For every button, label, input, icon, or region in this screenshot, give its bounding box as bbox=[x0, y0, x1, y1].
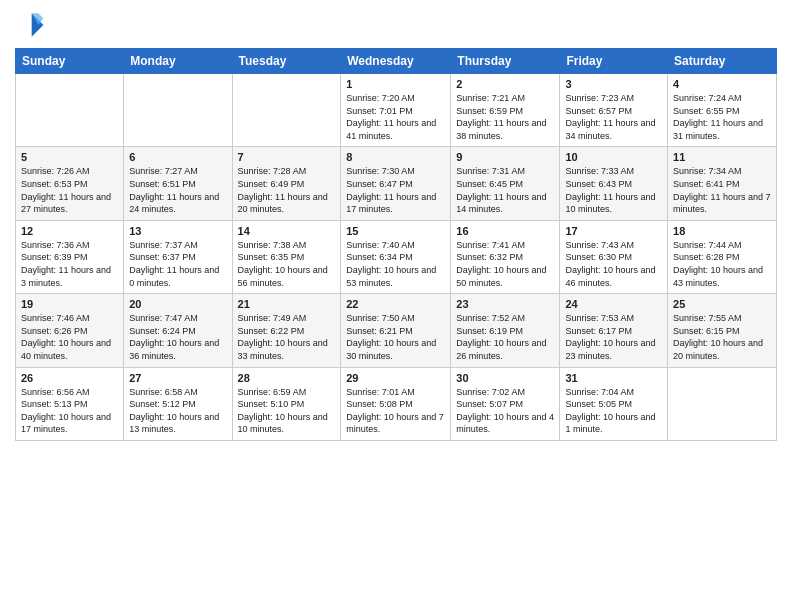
calendar-cell: 26Sunrise: 6:56 AM Sunset: 5:13 PM Dayli… bbox=[16, 367, 124, 440]
day-number: 19 bbox=[21, 298, 118, 310]
day-number: 29 bbox=[346, 372, 445, 384]
calendar-cell: 28Sunrise: 6:59 AM Sunset: 5:10 PM Dayli… bbox=[232, 367, 341, 440]
calendar: SundayMondayTuesdayWednesdayThursdayFrid… bbox=[15, 48, 777, 441]
header bbox=[15, 10, 777, 40]
day-info: Sunrise: 7:01 AM Sunset: 5:08 PM Dayligh… bbox=[346, 386, 445, 436]
calendar-cell: 17Sunrise: 7:43 AM Sunset: 6:30 PM Dayli… bbox=[560, 220, 668, 293]
calendar-cell: 15Sunrise: 7:40 AM Sunset: 6:34 PM Dayli… bbox=[341, 220, 451, 293]
day-info: Sunrise: 7:30 AM Sunset: 6:47 PM Dayligh… bbox=[346, 165, 445, 215]
day-info: Sunrise: 7:49 AM Sunset: 6:22 PM Dayligh… bbox=[238, 312, 336, 362]
day-info: Sunrise: 7:27 AM Sunset: 6:51 PM Dayligh… bbox=[129, 165, 226, 215]
calendar-header-row: SundayMondayTuesdayWednesdayThursdayFrid… bbox=[16, 49, 777, 74]
day-info: Sunrise: 7:24 AM Sunset: 6:55 PM Dayligh… bbox=[673, 92, 771, 142]
calendar-week-row: 26Sunrise: 6:56 AM Sunset: 5:13 PM Dayli… bbox=[16, 367, 777, 440]
day-info: Sunrise: 7:34 AM Sunset: 6:41 PM Dayligh… bbox=[673, 165, 771, 215]
day-info: Sunrise: 6:59 AM Sunset: 5:10 PM Dayligh… bbox=[238, 386, 336, 436]
column-header-monday: Monday bbox=[124, 49, 232, 74]
calendar-cell: 7Sunrise: 7:28 AM Sunset: 6:49 PM Daylig… bbox=[232, 147, 341, 220]
calendar-cell: 30Sunrise: 7:02 AM Sunset: 5:07 PM Dayli… bbox=[451, 367, 560, 440]
day-number: 28 bbox=[238, 372, 336, 384]
logo-icon bbox=[15, 10, 45, 40]
day-info: Sunrise: 6:56 AM Sunset: 5:13 PM Dayligh… bbox=[21, 386, 118, 436]
day-number: 6 bbox=[129, 151, 226, 163]
day-number: 31 bbox=[565, 372, 662, 384]
day-number: 10 bbox=[565, 151, 662, 163]
day-number: 2 bbox=[456, 78, 554, 90]
day-info: Sunrise: 7:36 AM Sunset: 6:39 PM Dayligh… bbox=[21, 239, 118, 289]
day-number: 7 bbox=[238, 151, 336, 163]
calendar-cell: 11Sunrise: 7:34 AM Sunset: 6:41 PM Dayli… bbox=[668, 147, 777, 220]
day-number: 9 bbox=[456, 151, 554, 163]
calendar-cell: 25Sunrise: 7:55 AM Sunset: 6:15 PM Dayli… bbox=[668, 294, 777, 367]
day-info: Sunrise: 7:28 AM Sunset: 6:49 PM Dayligh… bbox=[238, 165, 336, 215]
column-header-tuesday: Tuesday bbox=[232, 49, 341, 74]
calendar-cell: 6Sunrise: 7:27 AM Sunset: 6:51 PM Daylig… bbox=[124, 147, 232, 220]
day-info: Sunrise: 7:26 AM Sunset: 6:53 PM Dayligh… bbox=[21, 165, 118, 215]
day-number: 21 bbox=[238, 298, 336, 310]
day-number: 8 bbox=[346, 151, 445, 163]
page: SundayMondayTuesdayWednesdayThursdayFrid… bbox=[0, 0, 792, 612]
day-number: 11 bbox=[673, 151, 771, 163]
calendar-cell: 22Sunrise: 7:50 AM Sunset: 6:21 PM Dayli… bbox=[341, 294, 451, 367]
calendar-cell: 2Sunrise: 7:21 AM Sunset: 6:59 PM Daylig… bbox=[451, 74, 560, 147]
calendar-cell: 19Sunrise: 7:46 AM Sunset: 6:26 PM Dayli… bbox=[16, 294, 124, 367]
day-number: 12 bbox=[21, 225, 118, 237]
calendar-cell bbox=[124, 74, 232, 147]
calendar-cell: 31Sunrise: 7:04 AM Sunset: 5:05 PM Dayli… bbox=[560, 367, 668, 440]
day-info: Sunrise: 7:23 AM Sunset: 6:57 PM Dayligh… bbox=[565, 92, 662, 142]
day-number: 27 bbox=[129, 372, 226, 384]
day-number: 23 bbox=[456, 298, 554, 310]
day-info: Sunrise: 7:04 AM Sunset: 5:05 PM Dayligh… bbox=[565, 386, 662, 436]
calendar-cell: 5Sunrise: 7:26 AM Sunset: 6:53 PM Daylig… bbox=[16, 147, 124, 220]
day-info: Sunrise: 6:58 AM Sunset: 5:12 PM Dayligh… bbox=[129, 386, 226, 436]
column-header-saturday: Saturday bbox=[668, 49, 777, 74]
calendar-cell: 14Sunrise: 7:38 AM Sunset: 6:35 PM Dayli… bbox=[232, 220, 341, 293]
day-info: Sunrise: 7:43 AM Sunset: 6:30 PM Dayligh… bbox=[565, 239, 662, 289]
calendar-week-row: 1Sunrise: 7:20 AM Sunset: 7:01 PM Daylig… bbox=[16, 74, 777, 147]
day-number: 22 bbox=[346, 298, 445, 310]
column-header-wednesday: Wednesday bbox=[341, 49, 451, 74]
calendar-cell: 24Sunrise: 7:53 AM Sunset: 6:17 PM Dayli… bbox=[560, 294, 668, 367]
day-info: Sunrise: 7:37 AM Sunset: 6:37 PM Dayligh… bbox=[129, 239, 226, 289]
calendar-cell: 16Sunrise: 7:41 AM Sunset: 6:32 PM Dayli… bbox=[451, 220, 560, 293]
day-number: 4 bbox=[673, 78, 771, 90]
day-number: 17 bbox=[565, 225, 662, 237]
day-number: 15 bbox=[346, 225, 445, 237]
day-info: Sunrise: 7:47 AM Sunset: 6:24 PM Dayligh… bbox=[129, 312, 226, 362]
calendar-cell: 23Sunrise: 7:52 AM Sunset: 6:19 PM Dayli… bbox=[451, 294, 560, 367]
day-number: 24 bbox=[565, 298, 662, 310]
day-number: 25 bbox=[673, 298, 771, 310]
calendar-cell: 1Sunrise: 7:20 AM Sunset: 7:01 PM Daylig… bbox=[341, 74, 451, 147]
calendar-cell: 13Sunrise: 7:37 AM Sunset: 6:37 PM Dayli… bbox=[124, 220, 232, 293]
calendar-cell bbox=[668, 367, 777, 440]
day-number: 26 bbox=[21, 372, 118, 384]
calendar-cell: 8Sunrise: 7:30 AM Sunset: 6:47 PM Daylig… bbox=[341, 147, 451, 220]
day-info: Sunrise: 7:40 AM Sunset: 6:34 PM Dayligh… bbox=[346, 239, 445, 289]
day-info: Sunrise: 7:53 AM Sunset: 6:17 PM Dayligh… bbox=[565, 312, 662, 362]
calendar-cell: 12Sunrise: 7:36 AM Sunset: 6:39 PM Dayli… bbox=[16, 220, 124, 293]
day-info: Sunrise: 7:33 AM Sunset: 6:43 PM Dayligh… bbox=[565, 165, 662, 215]
day-info: Sunrise: 7:02 AM Sunset: 5:07 PM Dayligh… bbox=[456, 386, 554, 436]
column-header-sunday: Sunday bbox=[16, 49, 124, 74]
day-number: 3 bbox=[565, 78, 662, 90]
calendar-week-row: 5Sunrise: 7:26 AM Sunset: 6:53 PM Daylig… bbox=[16, 147, 777, 220]
day-number: 5 bbox=[21, 151, 118, 163]
day-info: Sunrise: 7:38 AM Sunset: 6:35 PM Dayligh… bbox=[238, 239, 336, 289]
day-info: Sunrise: 7:55 AM Sunset: 6:15 PM Dayligh… bbox=[673, 312, 771, 362]
calendar-cell: 3Sunrise: 7:23 AM Sunset: 6:57 PM Daylig… bbox=[560, 74, 668, 147]
calendar-cell: 29Sunrise: 7:01 AM Sunset: 5:08 PM Dayli… bbox=[341, 367, 451, 440]
day-info: Sunrise: 7:50 AM Sunset: 6:21 PM Dayligh… bbox=[346, 312, 445, 362]
day-info: Sunrise: 7:46 AM Sunset: 6:26 PM Dayligh… bbox=[21, 312, 118, 362]
calendar-cell: 10Sunrise: 7:33 AM Sunset: 6:43 PM Dayli… bbox=[560, 147, 668, 220]
day-info: Sunrise: 7:41 AM Sunset: 6:32 PM Dayligh… bbox=[456, 239, 554, 289]
day-number: 16 bbox=[456, 225, 554, 237]
day-info: Sunrise: 7:31 AM Sunset: 6:45 PM Dayligh… bbox=[456, 165, 554, 215]
calendar-week-row: 12Sunrise: 7:36 AM Sunset: 6:39 PM Dayli… bbox=[16, 220, 777, 293]
day-info: Sunrise: 7:20 AM Sunset: 7:01 PM Dayligh… bbox=[346, 92, 445, 142]
calendar-cell: 4Sunrise: 7:24 AM Sunset: 6:55 PM Daylig… bbox=[668, 74, 777, 147]
day-number: 18 bbox=[673, 225, 771, 237]
calendar-cell: 9Sunrise: 7:31 AM Sunset: 6:45 PM Daylig… bbox=[451, 147, 560, 220]
day-number: 14 bbox=[238, 225, 336, 237]
calendar-week-row: 19Sunrise: 7:46 AM Sunset: 6:26 PM Dayli… bbox=[16, 294, 777, 367]
column-header-friday: Friday bbox=[560, 49, 668, 74]
